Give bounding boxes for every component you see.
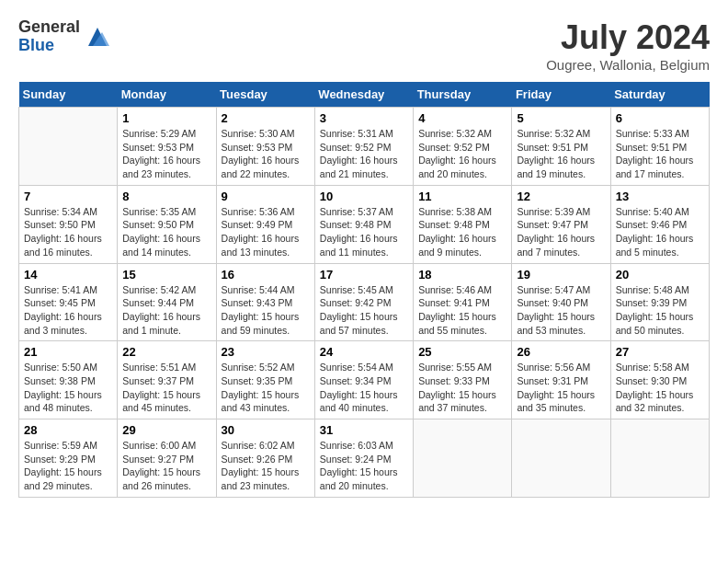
header-row: SundayMondayTuesdayWednesdayThursdayFrid…	[19, 82, 710, 108]
day-cell: 18Sunrise: 5:46 AMSunset: 9:41 PMDayligh…	[414, 263, 512, 341]
day-info: Sunrise: 5:36 AMSunset: 9:49 PMDaylight:…	[222, 205, 310, 259]
day-cell: 15Sunrise: 5:42 AMSunset: 9:44 PMDayligh…	[118, 263, 216, 341]
day-number: 30	[222, 423, 310, 437]
day-cell: 26Sunrise: 5:56 AMSunset: 9:31 PMDayligh…	[512, 341, 610, 419]
column-header-wednesday: Wednesday	[314, 82, 413, 108]
day-info: Sunrise: 6:02 AMSunset: 9:26 PMDaylight:…	[222, 439, 310, 493]
day-cell: 19Sunrise: 5:47 AMSunset: 9:40 PMDayligh…	[512, 263, 610, 341]
day-number: 27	[616, 345, 704, 359]
day-info: Sunrise: 5:56 AMSunset: 9:31 PMDaylight:…	[517, 361, 605, 415]
day-cell	[414, 419, 512, 498]
day-cell: 21Sunrise: 5:50 AMSunset: 9:38 PMDayligh…	[19, 341, 118, 419]
day-info: Sunrise: 5:59 AMSunset: 9:29 PMDaylight:…	[24, 439, 112, 493]
location-subtitle: Ougree, Wallonia, Belgium	[546, 57, 710, 73]
day-number: 19	[517, 268, 605, 282]
day-info: Sunrise: 5:51 AMSunset: 9:37 PMDaylight:…	[122, 361, 210, 415]
day-info: Sunrise: 6:00 AMSunset: 9:27 PMDaylight:…	[122, 439, 210, 493]
day-cell: 7Sunrise: 5:34 AMSunset: 9:50 PMDaylight…	[19, 185, 118, 263]
day-cell: 12Sunrise: 5:39 AMSunset: 9:47 PMDayligh…	[512, 185, 610, 263]
day-cell: 17Sunrise: 5:45 AMSunset: 9:42 PMDayligh…	[314, 263, 413, 341]
day-number: 3	[320, 111, 408, 125]
logo-blue: Blue	[18, 37, 80, 55]
day-info: Sunrise: 5:58 AMSunset: 9:30 PMDaylight:…	[616, 361, 704, 415]
calendar-header: SundayMondayTuesdayWednesdayThursdayFrid…	[19, 82, 710, 108]
day-number: 14	[24, 268, 112, 282]
day-cell: 1Sunrise: 5:29 AMSunset: 9:53 PMDaylight…	[118, 108, 216, 186]
day-info: Sunrise: 5:31 AMSunset: 9:52 PMDaylight:…	[320, 127, 408, 181]
column-header-sunday: Sunday	[19, 82, 118, 108]
week-row-2: 7Sunrise: 5:34 AMSunset: 9:50 PMDaylight…	[19, 185, 710, 263]
day-cell: 10Sunrise: 5:37 AMSunset: 9:48 PMDayligh…	[314, 185, 413, 263]
day-number: 1	[122, 111, 210, 125]
day-number: 17	[320, 268, 408, 282]
day-number: 26	[517, 345, 605, 359]
day-cell	[610, 419, 709, 498]
title-section: July 2024 Ougree, Wallonia, Belgium	[546, 18, 710, 73]
calendar-table: SundayMondayTuesdayWednesdayThursdayFrid…	[18, 82, 710, 498]
column-header-saturday: Saturday	[610, 82, 709, 108]
day-number: 2	[222, 111, 310, 125]
day-info: Sunrise: 5:42 AMSunset: 9:44 PMDaylight:…	[122, 283, 210, 338]
day-number: 22	[122, 345, 210, 359]
column-header-monday: Monday	[118, 82, 216, 108]
day-info: Sunrise: 6:03 AMSunset: 9:24 PMDaylight:…	[320, 439, 408, 493]
day-cell: 11Sunrise: 5:38 AMSunset: 9:48 PMDayligh…	[414, 185, 512, 263]
day-info: Sunrise: 5:55 AMSunset: 9:33 PMDaylight:…	[418, 361, 506, 415]
logo: General Blue	[18, 18, 111, 55]
day-number: 5	[517, 111, 605, 125]
day-number: 31	[320, 423, 408, 437]
day-number: 11	[418, 190, 506, 203]
day-info: Sunrise: 5:45 AMSunset: 9:42 PMDaylight:…	[320, 283, 408, 338]
day-cell: 29Sunrise: 6:00 AMSunset: 9:27 PMDayligh…	[118, 419, 216, 498]
column-header-friday: Friday	[512, 82, 610, 108]
day-cell: 30Sunrise: 6:02 AMSunset: 9:26 PMDayligh…	[216, 419, 314, 498]
day-number: 16	[222, 268, 310, 282]
day-number: 10	[320, 190, 408, 203]
day-info: Sunrise: 5:52 AMSunset: 9:35 PMDaylight:…	[222, 361, 310, 415]
day-info: Sunrise: 5:46 AMSunset: 9:41 PMDaylight:…	[418, 283, 506, 338]
column-header-tuesday: Tuesday	[216, 82, 314, 108]
day-info: Sunrise: 5:30 AMSunset: 9:53 PMDaylight:…	[222, 127, 310, 181]
day-cell	[512, 419, 610, 498]
day-info: Sunrise: 5:50 AMSunset: 9:38 PMDaylight:…	[24, 361, 112, 415]
day-number: 7	[24, 190, 112, 203]
day-number: 20	[616, 268, 704, 282]
day-cell: 28Sunrise: 5:59 AMSunset: 9:29 PMDayligh…	[19, 419, 118, 498]
column-header-thursday: Thursday	[414, 82, 512, 108]
day-number: 6	[616, 111, 704, 125]
day-info: Sunrise: 5:33 AMSunset: 9:51 PMDaylight:…	[616, 127, 704, 181]
day-cell: 24Sunrise: 5:54 AMSunset: 9:34 PMDayligh…	[314, 341, 413, 419]
day-info: Sunrise: 5:35 AMSunset: 9:50 PMDaylight:…	[122, 205, 210, 259]
day-cell: 27Sunrise: 5:58 AMSunset: 9:30 PMDayligh…	[610, 341, 709, 419]
day-number: 12	[517, 190, 605, 203]
day-number: 29	[122, 423, 210, 437]
month-title: July 2024	[546, 18, 710, 57]
day-cell: 13Sunrise: 5:40 AMSunset: 9:46 PMDayligh…	[610, 185, 709, 263]
day-cell: 9Sunrise: 5:36 AMSunset: 9:49 PMDaylight…	[216, 185, 314, 263]
day-cell: 6Sunrise: 5:33 AMSunset: 9:51 PMDaylight…	[610, 108, 709, 186]
day-cell: 4Sunrise: 5:32 AMSunset: 9:52 PMDaylight…	[414, 108, 512, 186]
day-cell: 16Sunrise: 5:44 AMSunset: 9:43 PMDayligh…	[216, 263, 314, 341]
day-number: 25	[418, 345, 506, 359]
week-row-4: 21Sunrise: 5:50 AMSunset: 9:38 PMDayligh…	[19, 341, 710, 419]
day-cell: 2Sunrise: 5:30 AMSunset: 9:53 PMDaylight…	[216, 108, 314, 186]
week-row-5: 28Sunrise: 5:59 AMSunset: 9:29 PMDayligh…	[19, 419, 710, 498]
day-cell: 5Sunrise: 5:32 AMSunset: 9:51 PMDaylight…	[512, 108, 610, 186]
day-number: 13	[616, 190, 704, 203]
day-info: Sunrise: 5:48 AMSunset: 9:39 PMDaylight:…	[616, 283, 704, 338]
day-cell	[19, 108, 118, 186]
day-info: Sunrise: 5:37 AMSunset: 9:48 PMDaylight:…	[320, 205, 408, 259]
day-number: 4	[418, 111, 506, 125]
calendar-body: 1Sunrise: 5:29 AMSunset: 9:53 PMDaylight…	[19, 108, 710, 498]
day-info: Sunrise: 5:32 AMSunset: 9:52 PMDaylight:…	[418, 127, 506, 181]
day-number: 9	[222, 190, 310, 203]
day-info: Sunrise: 5:44 AMSunset: 9:43 PMDaylight:…	[222, 283, 310, 338]
day-cell: 31Sunrise: 6:03 AMSunset: 9:24 PMDayligh…	[314, 419, 413, 498]
day-info: Sunrise: 5:40 AMSunset: 9:46 PMDaylight:…	[616, 205, 704, 259]
day-info: Sunrise: 5:54 AMSunset: 9:34 PMDaylight:…	[320, 361, 408, 415]
day-number: 23	[222, 345, 310, 359]
day-number: 15	[122, 268, 210, 282]
week-row-1: 1Sunrise: 5:29 AMSunset: 9:53 PMDaylight…	[19, 108, 710, 186]
day-number: 28	[24, 423, 112, 437]
day-info: Sunrise: 5:34 AMSunset: 9:50 PMDaylight:…	[24, 205, 112, 259]
